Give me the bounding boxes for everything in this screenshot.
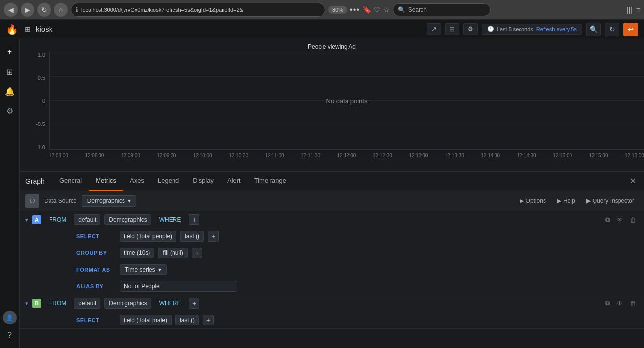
select-func-b[interactable]: last () — [175, 315, 199, 325]
y-axis: 1.0 0.5 0 -0.5 -1.0 — [20, 52, 49, 150]
search-button[interactable]: 🔍 — [586, 23, 601, 36]
group-time-a[interactable]: time (10s) — [120, 248, 154, 258]
x-label: 12:09:30 — [157, 153, 176, 158]
datasource-label: Data Source — [44, 198, 77, 204]
user-avatar[interactable]: 👤 — [3, 311, 17, 324]
x-label: 12:11:00 — [265, 153, 284, 158]
sidebar-item-help[interactable]: ? — [1, 326, 19, 344]
refresh-link[interactable]: Refresh every 5s — [536, 26, 577, 32]
x-label: 12:10:30 — [229, 153, 248, 158]
help-button[interactable]: ▶ Help — [553, 196, 579, 206]
x-label: 12:15:00 — [553, 153, 572, 158]
from-keyword-a: FROM — [45, 215, 70, 224]
datasource-dropdown[interactable]: Demographics ▾ — [82, 195, 136, 207]
plus-icon: + — [7, 48, 12, 56]
format-dropdown-a[interactable]: Time series ▾ — [120, 264, 167, 275]
more-button[interactable]: ••• — [350, 5, 360, 14]
settings-button[interactable]: ⚙ — [463, 23, 478, 35]
groupby-add-button-a[interactable]: + — [192, 248, 202, 258]
options-button[interactable]: ▶ Options — [516, 196, 550, 206]
view-button[interactable]: ⊞ — [445, 23, 459, 35]
where-add-button-b[interactable]: + — [189, 298, 199, 309]
from-table-a[interactable]: Demographics — [104, 214, 151, 225]
panel-close-button[interactable]: ✕ — [628, 176, 638, 186]
from-db-a[interactable]: default — [74, 214, 100, 225]
query-block-b: ▾ B FROM default Demographics WHERE + ⧉ … — [20, 295, 644, 329]
delete-query-a-button[interactable]: 🗑 — [628, 215, 638, 224]
x-label: 12:12:30 — [373, 153, 392, 158]
no-data-label: No data points — [326, 97, 368, 104]
grid-line — [50, 149, 644, 149]
query-a-toggle[interactable]: ▾ — [25, 217, 28, 223]
forward-button[interactable]: ▶ — [21, 3, 34, 17]
select-add-button-b[interactable]: + — [203, 315, 214, 325]
back-button[interactable]: ◀ — [4, 3, 18, 17]
query-a-alias-row: ALIAS BY — [20, 278, 644, 295]
query-inspector-button[interactable]: ▶ Query Inspector — [582, 196, 638, 206]
tab-legend[interactable]: Legend — [151, 172, 186, 191]
from-db-b[interactable]: default — [74, 298, 100, 309]
x-label: 12:08:30 — [85, 153, 104, 158]
group-fill-a[interactable]: fill (null) — [158, 248, 187, 258]
query-b-toggle[interactable]: ▾ — [25, 300, 28, 307]
delete-query-b-button[interactable]: 🗑 — [628, 298, 638, 308]
where-add-button-a[interactable]: + — [189, 214, 199, 225]
tab-alert[interactable]: Alert — [221, 172, 248, 191]
select-field-a[interactable]: field (Total people) — [120, 231, 176, 242]
home-button[interactable]: ⌂ — [54, 3, 68, 17]
gear-icon: ⚙ — [6, 106, 13, 116]
toggle-visibility-a-button[interactable]: 👁 — [615, 215, 625, 224]
sidebar-item-alerts[interactable]: 🔔 — [1, 82, 19, 100]
star-icon[interactable]: ☆ — [383, 6, 390, 14]
tab-time-range[interactable]: Time range — [248, 172, 293, 191]
tab-display[interactable]: Display — [186, 172, 221, 191]
library-icon[interactable]: ||| — [627, 6, 632, 14]
reading-list-icon[interactable]: 🔖 — [363, 6, 371, 14]
x-label: 12:12:00 — [337, 153, 356, 158]
from-table-b[interactable]: Demographics — [104, 298, 151, 309]
tab-axes[interactable]: Axes — [123, 172, 151, 191]
bell-icon: 🔔 — [5, 87, 15, 96]
bookmark-icon[interactable]: ♡ — [374, 6, 380, 14]
time-info: 🕐 Last 5 seconds Refresh every 5s — [482, 24, 582, 35]
query-block-a: ▾ A FROM default Demographics WHERE + ⧉ … — [20, 211, 644, 295]
x-label: 12:14:00 — [481, 153, 500, 158]
sidebar-item-plus[interactable]: + — [1, 43, 19, 61]
help-icon: ? — [7, 331, 12, 340]
select-add-button-a[interactable]: + — [208, 231, 219, 242]
sidebar-item-config[interactable]: ⚙ — [1, 102, 19, 120]
browser-end-icons: ||| ≡ — [627, 6, 640, 14]
browser-search-bar[interactable]: 🔍 Search — [393, 3, 491, 16]
url-text: localhost:3000/d/jvrvGx0mz/kiosk?refresh… — [81, 7, 320, 13]
x-label: 12:13:30 — [445, 153, 464, 158]
x-label: 12:15:30 — [589, 153, 608, 158]
copy-query-a-button[interactable]: ⧉ — [603, 215, 612, 224]
sidebar-item-dashboard[interactable]: ⊞ — [1, 63, 19, 80]
reader-icon[interactable]: ≡ — [636, 6, 640, 14]
time-label: Last 5 seconds — [497, 26, 533, 32]
query-a-header: ▾ A FROM default Demographics WHERE + ⧉ … — [20, 211, 644, 228]
refresh-button[interactable]: ↻ — [605, 23, 619, 36]
alias-input-a[interactable] — [120, 281, 237, 292]
grid-line — [50, 52, 644, 52]
apps-icon[interactable]: ⊞ — [25, 25, 31, 33]
reload-button[interactable]: ↻ — [37, 3, 51, 17]
grid-line — [50, 125, 644, 125]
dropdown-arrow-icon: ▾ — [128, 198, 131, 204]
tab-metrics[interactable]: Metrics — [89, 172, 123, 191]
tab-general[interactable]: General — [52, 172, 89, 191]
url-bar[interactable]: ℹ localhost:3000/d/jvrvGx0mz/kiosk?refre… — [71, 3, 325, 17]
select-func-a[interactable]: last () — [180, 231, 204, 242]
back-nav-button[interactable]: ↩ — [623, 23, 638, 36]
grafana-logo[interactable]: 🔥 — [6, 24, 18, 35]
toggle-visibility-b-button[interactable]: 👁 — [615, 298, 625, 308]
query-b-select-row: SELECT field (Total male) last () + — [20, 312, 644, 328]
datasource-actions: ▶ Options ▶ Help ▶ Query Inspector — [516, 196, 638, 206]
share-button[interactable]: ↗ — [427, 23, 441, 35]
app-title: kiosk — [36, 25, 52, 33]
select-field-b[interactable]: field (Total male) — [120, 315, 172, 325]
copy-query-b-button[interactable]: ⧉ — [603, 298, 612, 308]
format-label-a: FORMAT AS — [76, 267, 116, 273]
zoom-button[interactable]: 80% — [328, 6, 347, 14]
query-a-format-row: FORMAT AS Time series ▾ — [20, 261, 644, 278]
